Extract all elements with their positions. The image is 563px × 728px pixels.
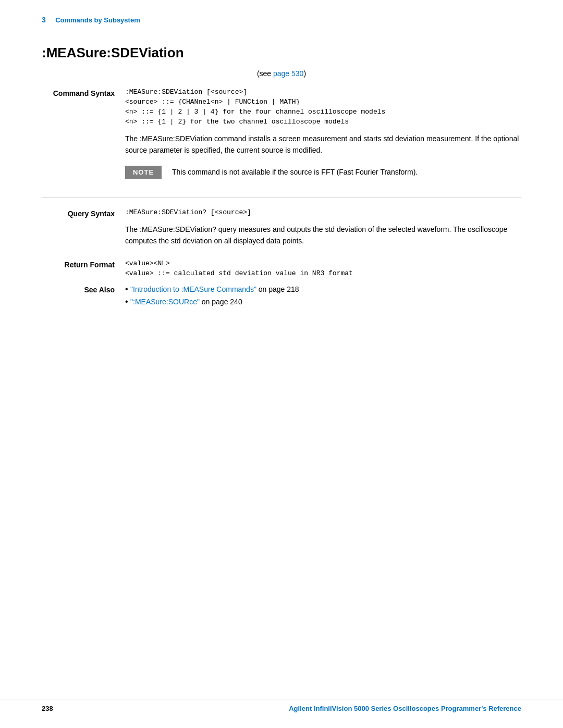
see-also-link-2[interactable]: ":MEASure:SOURce" bbox=[130, 298, 200, 306]
see-also-page-1: on page 218 bbox=[256, 285, 299, 293]
command-syntax-line-4: <n> ::= {1 | 2} for the two channel osci… bbox=[125, 118, 521, 126]
see-page-reference: (see page 530) bbox=[42, 69, 521, 78]
see-also-link-1[interactable]: "Introduction to :MEASure Commands" bbox=[130, 285, 256, 293]
see-also-label: See Also bbox=[42, 285, 125, 294]
see-also-row: See Also "Introduction to :MEASure Comma… bbox=[42, 285, 521, 310]
section-title: :MEASure:SDEViation bbox=[42, 45, 521, 61]
command-syntax-label: Command Syntax bbox=[42, 88, 125, 97]
breadcrumb: 3 Commands by Subsystem bbox=[0, 0, 563, 29]
page-container: 3 Commands by Subsystem :MEASure:SDEViat… bbox=[0, 0, 563, 728]
see-also-item-1: "Introduction to :MEASure Commands" on p… bbox=[125, 285, 521, 294]
see-also-item-2: ":MEASure:SOURce" on page 240 bbox=[125, 297, 521, 306]
see-page-link[interactable]: page 530 bbox=[273, 69, 303, 78]
see-also-list: "Introduction to :MEASure Commands" on p… bbox=[125, 285, 521, 306]
note-box: NOTE This command is not available if th… bbox=[125, 165, 521, 179]
return-format-label: Return Format bbox=[42, 260, 125, 269]
return-format-content: <value><NL> <value> ::= calculated std d… bbox=[125, 260, 521, 279]
return-format-row: Return Format <value><NL> <value> ::= ca… bbox=[42, 260, 521, 279]
note-badge: NOTE bbox=[125, 166, 162, 179]
chapter-number: 3 bbox=[42, 16, 46, 24]
command-syntax-row: Command Syntax :MEASure:SDEViation [<sou… bbox=[42, 88, 521, 187]
see-also-page-2: on page 240 bbox=[200, 298, 242, 306]
return-format-line-1: <value><NL> bbox=[125, 260, 521, 267]
query-syntax-row: Query Syntax :MEASure:SDEViation? [<sour… bbox=[42, 208, 521, 254]
query-syntax-content: :MEASure:SDEViation? [<source>] The :MEA… bbox=[125, 208, 521, 254]
command-syntax-content: :MEASure:SDEViation [<source>] <source> … bbox=[125, 88, 521, 187]
command-syntax-line-1: :MEASure:SDEViation [<source>] bbox=[125, 88, 521, 96]
command-description: The :MEASure:SDEViation command installs… bbox=[125, 133, 521, 156]
footer-title: Agilent InfiniiVision 5000 Series Oscill… bbox=[289, 705, 521, 712]
return-format-line-2: <value> ::= calculated std deviation val… bbox=[125, 269, 521, 277]
query-syntax-line: :MEASure:SDEViation? [<source>] bbox=[125, 208, 521, 216]
footer: 238 Agilent InfiniiVision 5000 Series Os… bbox=[0, 699, 563, 712]
command-syntax-line-3: <n> ::= {1 | 2 | 3 | 4} for the four cha… bbox=[125, 108, 521, 116]
command-syntax-line-2: <source> ::= {CHANnel<n> | FUNCtion | MA… bbox=[125, 98, 521, 106]
query-description: The :MEASure:SDEViation? query measures … bbox=[125, 224, 521, 247]
see-also-content: "Introduction to :MEASure Commands" on p… bbox=[125, 285, 521, 310]
query-syntax-label: Query Syntax bbox=[42, 208, 125, 218]
note-text: This command is not available if the sou… bbox=[172, 165, 521, 178]
main-content: :MEASure:SDEViation (see page 530) Comma… bbox=[0, 29, 563, 346]
footer-page-number: 238 bbox=[42, 705, 53, 712]
section-divider bbox=[42, 198, 521, 198]
breadcrumb-text: Commands by Subsystem bbox=[48, 16, 140, 24]
